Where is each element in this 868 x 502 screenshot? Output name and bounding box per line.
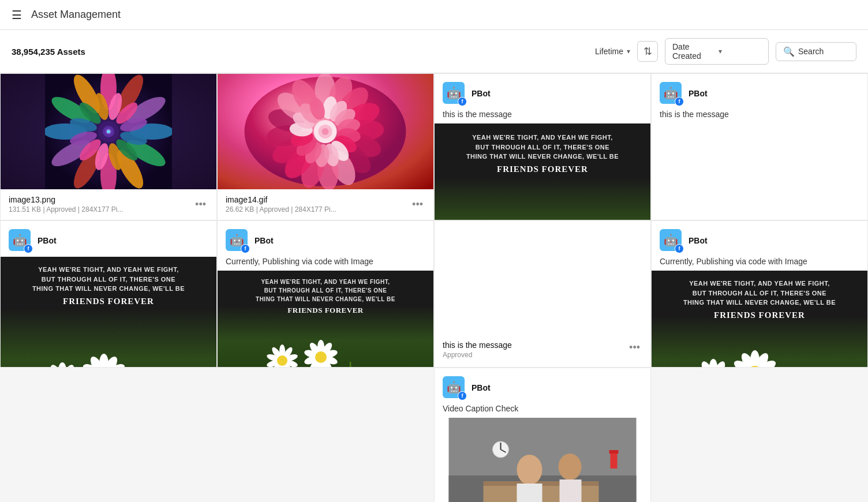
post-avatar: 🤖 f (660, 82, 683, 105)
post-card-friends-col1: 🤖 f PBot Yeah we're tight, and yeah we f… (0, 220, 217, 368)
video-thumbnail-svg (435, 418, 650, 502)
filename-label: image13.png (9, 195, 188, 204)
friends-line2: but through all of it, there's one (32, 275, 185, 284)
search-box[interactable]: 🔍 Search (776, 42, 856, 61)
card-footer-image14: image14.gif 26.62 KB | Approved | 284X17… (218, 189, 433, 219)
svg-point-157 (277, 355, 287, 366)
friends-text-right: Yeah we're tight, and yeah we fight, but… (683, 279, 836, 321)
filename-label: image14.gif (226, 195, 405, 204)
post-message-text: Video Caption Check (435, 404, 650, 418)
daisy-svg-right (652, 349, 867, 368)
svg-rect-223 (609, 450, 619, 454)
card-meta-label: 26.62 KB | Approved | 284X177 Pi... (226, 205, 405, 213)
asset-grid: image13.png 131.51 KB | Approved | 284X1… (0, 73, 868, 502)
post-card-approved-text: this is the message Approved ••• (434, 220, 651, 368)
chevron-down-icon: ▾ (719, 47, 761, 55)
svg-point-220 (559, 454, 582, 480)
daisy-area-sm (218, 338, 433, 368)
post-header: 🤖 f PBot (218, 221, 433, 257)
date-filter-label: Date Created (672, 42, 715, 61)
post-author-name: PBot (472, 383, 491, 392)
facebook-badge-icon: f (675, 244, 684, 253)
friends-line4-r: Friends Forever (683, 309, 836, 322)
post-avatar: 🤖 f (443, 82, 466, 105)
abstract-flower-image (1, 74, 216, 189)
card-image-abstract-flower (1, 74, 216, 189)
friends-line1-sm: Yeah we're tight, and yeah we fight, (256, 278, 395, 286)
more-options-button[interactable]: ••• (627, 340, 642, 355)
svg-rect-222 (611, 452, 618, 469)
friends-line3-r: thing that will never change, we'll be (683, 298, 836, 308)
post-image-video (435, 418, 650, 502)
friends-line3: thing that will never change, we'll be (466, 152, 619, 162)
facebook-badge-icon: f (675, 97, 684, 106)
svg-point-168 (315, 351, 327, 363)
sort-icon: ⇅ (643, 45, 652, 58)
svg-rect-219 (517, 484, 542, 502)
card-info: image13.png 131.51 KB | Approved | 284X1… (9, 195, 188, 213)
daisy-svg-sm (218, 338, 433, 368)
sort-button[interactable]: ⇅ (637, 41, 658, 62)
post-avatar: 🤖 f (660, 229, 683, 252)
more-options-button[interactable]: ••• (193, 197, 208, 212)
friends-text: Yeah we're tight, and yeah we fight, but… (32, 265, 185, 308)
app-title: Asset Management (31, 9, 121, 21)
friends-forever-image-lg: Yeah we're tight, and yeah we fight, but… (435, 123, 650, 220)
toolbar-right: Lifetime ▾ ⇅ Date Created ▾ 🔍 Search (595, 38, 856, 65)
post-image-friends-sm: Yeah we're tight, and yeah we fight, but… (218, 271, 433, 368)
date-filter-select[interactable]: Date Created ▾ (665, 38, 769, 65)
friends-line4: Friends Forever (32, 295, 185, 308)
svg-point-64 (322, 128, 329, 135)
post-footer: this is the message Approved ••• (435, 332, 650, 367)
post-image-friends-right: Yeah we're tight, and yeah we fight, but… (652, 271, 867, 368)
facebook-badge-icon: f (458, 97, 467, 106)
post-card-right-col: 🤖 f PBot Currently, Publishing via code … (651, 220, 868, 368)
lifetime-filter-button[interactable]: Lifetime ▾ (595, 47, 630, 56)
post-avatar: 🤖 f (226, 229, 249, 252)
post-status-label: Approved (443, 351, 622, 359)
more-options-button[interactable]: ••• (410, 197, 425, 212)
svg-point-28 (107, 130, 110, 133)
svg-line-146 (350, 362, 351, 368)
post-card-album: 🤖 f PBot Currently, Publishing via code … (217, 220, 434, 368)
svg-point-110 (58, 362, 66, 368)
post-author-name: PBot (255, 236, 274, 245)
friends-line3: thing that will never change, we'll be (32, 284, 185, 294)
card-image-dahlia (218, 74, 433, 189)
friends-line4-sm: Friends Forever (256, 305, 395, 316)
friends-text: Yeah we're tight, and yeah we fight, but… (466, 133, 619, 175)
post-header: 🤖 f PBot (652, 74, 867, 110)
post-approved-inner: this is the message Approved ••• (435, 221, 650, 367)
post-card-video: 🤖 f PBot Video Caption Check (434, 368, 651, 502)
facebook-badge-icon: f (458, 391, 467, 400)
friends-forever-sm-image: Yeah we're tight, and yeah we fight, but… (218, 271, 433, 368)
pink-dahlia-image (218, 74, 433, 189)
hamburger-icon[interactable]: ☰ (12, 8, 22, 22)
toolbar: 38,954,235 Assets Lifetime ▾ ⇅ Date Crea… (0, 30, 868, 73)
asset-card-image13: image13.png 131.51 KB | Approved | 284X1… (0, 73, 217, 220)
daisy-area-right (652, 349, 867, 368)
post-author-name: PBot (38, 236, 57, 245)
post-header: 🤖 f PBot (1, 221, 216, 257)
dahlia-svg (218, 74, 433, 189)
friends-line1: Yeah we're tight, and yeah we fight, (32, 265, 185, 275)
friends-forever-right-image: Yeah we're tight, and yeah we fight, but… (652, 271, 867, 368)
post-message-text: Currently, Publishing via code with Imag… (652, 257, 867, 271)
facebook-badge-icon: f (24, 244, 33, 253)
post-header: 🤖 f PBot (435, 74, 650, 110)
svg-point-180 (709, 359, 717, 368)
friends-line2-sm: but through all of it, there's one (256, 286, 395, 295)
friends-line2: but through all of it, there's one (466, 143, 619, 152)
facebook-badge-icon: f (241, 244, 250, 253)
video-thumbnail (435, 418, 650, 502)
search-input-placeholder: Search (798, 47, 824, 56)
post-message-text: this is the message (652, 110, 867, 123)
top-navigation: ☰ Asset Management (0, 0, 868, 30)
post-image-friends: Yeah we're tight, and yeah we fight, but… (1, 257, 216, 368)
svg-rect-221 (560, 479, 582, 502)
lifetime-label: Lifetime (595, 47, 623, 56)
daisy-svg-col1 (1, 347, 216, 368)
post-footer: this is the message Approved ••• (652, 216, 867, 220)
post-message-text: Currently, Publishing via code with Imag… (218, 257, 433, 271)
post-card-text-only: 🤖 f PBot this is the message this is the… (651, 73, 868, 220)
